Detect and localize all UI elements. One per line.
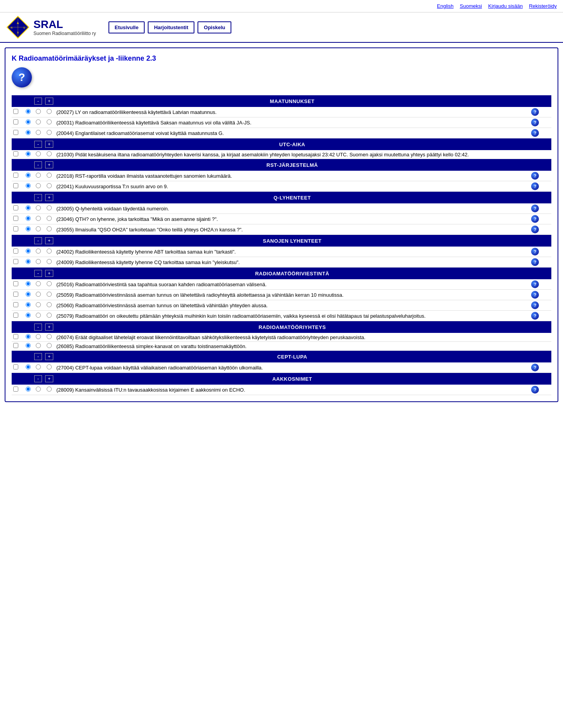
question-checkbox-25060[interactable] (13, 302, 18, 307)
radio-skip-24002[interactable] (47, 248, 52, 254)
radio-false-26085[interactable] (36, 343, 41, 348)
radio-false-cell-20044[interactable] (33, 128, 44, 138)
radio-false-cell-21030[interactable] (33, 150, 44, 159)
radio-false-cell-25060[interactable] (33, 300, 44, 311)
minus-button-radioamatooriyhteys[interactable]: - (34, 324, 42, 331)
radio-skip-cell-22018[interactable] (44, 171, 55, 181)
radio-true-20031[interactable] (26, 119, 31, 124)
radio-true-cell-20044[interactable] (23, 128, 33, 138)
radio-skip-cell-24009[interactable] (44, 257, 55, 268)
radio-true-cell-23046[interactable] (23, 214, 33, 224)
radio-skip-25059[interactable] (47, 292, 52, 297)
ctrl-plus-q-lyhenteet[interactable]: + (44, 192, 55, 204)
checkbox-cell[interactable] (12, 128, 23, 138)
info-button-25079[interactable]: ? (531, 312, 539, 320)
radio-false-cell-28009[interactable] (33, 385, 44, 395)
plus-button-radioamatooriyhteys[interactable]: + (45, 324, 53, 331)
checkbox-cell[interactable] (12, 311, 23, 321)
checkbox-cell[interactable] (12, 247, 23, 257)
info-cell-23055[interactable]: ? (530, 224, 540, 235)
ctrl-plus-radioamatoorivistiinta[interactable]: + (44, 268, 55, 280)
question-checkbox-23055[interactable] (13, 226, 18, 231)
radio-skip-28009[interactable] (47, 387, 52, 392)
ctrl-plus-maatunnukset[interactable]: + (44, 95, 55, 107)
plus-button-q-lyhenteet[interactable]: + (45, 194, 53, 201)
plus-button-aakkosnimet[interactable]: + (45, 375, 53, 382)
radio-skip-cell-25060[interactable] (44, 300, 55, 311)
question-checkbox-22018[interactable] (13, 173, 18, 178)
radio-false-cell-25059[interactable] (33, 290, 44, 300)
harjoitustentit-button[interactable]: Harjoitustentit (148, 21, 194, 33)
info-cell-28009[interactable]: ? (530, 385, 540, 395)
radio-true-cell-25079[interactable] (23, 311, 33, 321)
info-button-28009[interactable]: ? (531, 386, 539, 394)
radio-false-28009[interactable] (36, 387, 41, 392)
info-button-20027[interactable]: ? (531, 108, 539, 116)
radio-skip-cell-25016[interactable] (44, 279, 55, 290)
radio-true-cell-25016[interactable] (23, 279, 33, 290)
plus-button-radioamatoorivistiinta[interactable]: + (45, 270, 53, 277)
question-checkbox-20027[interactable] (13, 109, 18, 114)
radio-false-cell-26085[interactable] (33, 342, 44, 351)
radio-skip-27004[interactable] (47, 364, 52, 369)
radio-skip-cell-24002[interactable] (44, 247, 55, 257)
minus-button-rst-jarjestelma[interactable]: - (34, 161, 42, 168)
question-checkbox-25016[interactable] (13, 281, 18, 286)
radio-skip-22041[interactable] (47, 183, 52, 188)
radio-true-20044[interactable] (26, 130, 31, 135)
checkbox-cell[interactable] (12, 362, 23, 373)
radio-false-cell-20027[interactable] (33, 107, 44, 117)
checkbox-cell[interactable] (12, 279, 23, 290)
info-button-25016[interactable]: ? (531, 280, 539, 288)
radio-true-cell-22041[interactable] (23, 181, 33, 192)
radio-false-25060[interactable] (36, 302, 41, 307)
question-checkbox-24009[interactable] (13, 259, 18, 264)
radio-false-cell-20031[interactable] (33, 117, 44, 128)
radio-true-cell-22018[interactable] (23, 171, 33, 181)
radio-true-cell-20027[interactable] (23, 107, 33, 117)
plus-button-rst-jarjestelma[interactable]: + (45, 161, 53, 168)
radio-false-20031[interactable] (36, 119, 41, 124)
radio-false-cell-22041[interactable] (33, 181, 44, 192)
radio-false-26074[interactable] (36, 334, 41, 339)
radio-true-25016[interactable] (26, 281, 31, 286)
info-button-23055[interactable]: ? (531, 226, 539, 233)
radio-false-25079[interactable] (36, 313, 41, 318)
radio-skip-cell-25079[interactable] (44, 311, 55, 321)
radio-false-20044[interactable] (36, 130, 41, 135)
radio-skip-cell-22041[interactable] (44, 181, 55, 192)
radio-true-cell-25059[interactable] (23, 290, 33, 300)
radio-skip-23046[interactable] (47, 216, 52, 221)
radio-skip-cell-27004[interactable] (44, 362, 55, 373)
info-cell-20031[interactable]: ? (530, 117, 540, 128)
checkbox-cell[interactable] (12, 257, 23, 268)
plus-button-maatunnukset[interactable]: + (45, 98, 53, 105)
radio-false-24009[interactable] (36, 259, 41, 264)
radio-false-27004[interactable] (36, 364, 41, 369)
checkbox-cell[interactable] (12, 300, 23, 311)
info-cell-25016[interactable]: ? (530, 279, 540, 290)
info-cell-27004[interactable]: ? (530, 362, 540, 373)
radio-true-cell-28009[interactable] (23, 385, 33, 395)
radio-skip-25060[interactable] (47, 302, 52, 307)
ctrl-minus-rst-jarjestelma[interactable]: - (33, 159, 44, 171)
radio-false-cell-25016[interactable] (33, 279, 44, 290)
question-checkbox-26074[interactable] (13, 334, 18, 339)
radio-true-cell-21030[interactable] (23, 150, 33, 159)
radio-skip-cell-21030[interactable] (44, 150, 55, 159)
radio-skip-cell-20044[interactable] (44, 128, 55, 138)
info-cell-25059[interactable]: ? (530, 290, 540, 300)
radio-false-22018[interactable] (36, 173, 41, 178)
radio-true-23005[interactable] (26, 205, 31, 210)
info-button-22018[interactable]: ? (531, 172, 539, 180)
checkbox-cell[interactable] (12, 290, 23, 300)
english-link[interactable]: English (437, 3, 454, 9)
checkbox-cell[interactable] (12, 342, 23, 351)
checkbox-cell[interactable] (12, 171, 23, 181)
radio-true-26074[interactable] (26, 334, 31, 339)
radio-false-cell-23005[interactable] (33, 203, 44, 214)
radio-true-cell-23005[interactable] (23, 203, 33, 214)
etusivulle-button[interactable]: Etusivulle (108, 21, 145, 33)
radio-false-cell-22018[interactable] (33, 171, 44, 181)
rekisteroidy-link[interactable]: Rekisteröidy (529, 3, 557, 9)
